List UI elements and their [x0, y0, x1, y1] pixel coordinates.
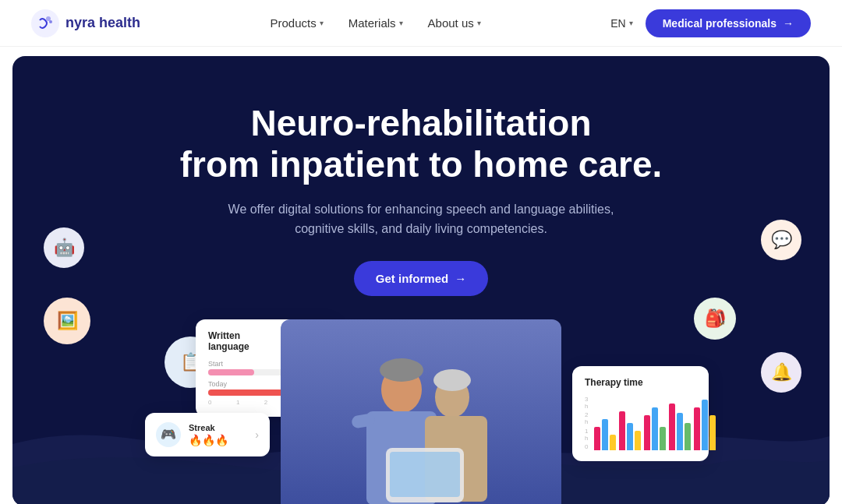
nav-links: Products ▾ Materials ▾ About us ▾: [271, 16, 481, 30]
logo-text: nyra health: [65, 15, 140, 31]
get-informed-button[interactable]: Get informed →: [354, 261, 488, 296]
svg-point-2: [49, 20, 52, 23]
language-selector[interactable]: EN ▾: [610, 17, 632, 30]
streak-flames: 🔥🔥🔥: [189, 434, 228, 446]
hero-subtitle: We offer digital solutions for enhancing…: [218, 199, 624, 239]
chevron-down-icon: ▾: [477, 19, 481, 27]
streak-card: 🎮 Streak 🔥🔥🔥 ›: [145, 413, 270, 456]
card-therapy-title: Therapy time: [585, 377, 696, 388]
arrow-icon: →: [455, 272, 466, 285]
hero-section: 🤖 🖼️ 📋 💬 🎒 🔔 Neuro-rehabilitation from i…: [12, 56, 830, 504]
nav-right: EN ▾ Medical professionals →: [610, 9, 811, 37]
svg-point-9: [380, 358, 423, 382]
nav-about[interactable]: About us ▾: [428, 16, 481, 30]
svg-point-1: [46, 16, 51, 21]
chevron-down-icon: ▾: [320, 19, 324, 27]
chevron-down-icon: ▾: [399, 19, 403, 27]
float-icon-4: 💬: [761, 220, 801, 260]
float-icon-1: 🤖: [44, 227, 84, 268]
medical-professionals-button[interactable]: Medical professionals →: [646, 9, 811, 37]
streak-title: Streak: [189, 423, 228, 432]
chevron-down-icon: ▾: [629, 19, 633, 27]
hero-content-area: Written language 35.4% ↑ Start 4.1 Today: [44, 319, 798, 504]
therapy-time-card: Therapy time 3 h 2 h 1 h 0: [572, 366, 709, 461]
nav-materials[interactable]: Materials ▾: [348, 16, 403, 30]
card-title: Written language: [208, 330, 282, 352]
chevron-right-icon: ›: [255, 428, 259, 441]
logo[interactable]: nyra health: [31, 9, 140, 37]
streak-avatar: 🎮: [156, 422, 181, 447]
nav-products[interactable]: Products ▾: [271, 16, 324, 30]
svg-point-10: [433, 369, 471, 391]
hero-photo: [281, 319, 561, 504]
navbar: nyra health Products ▾ Materials ▾ About…: [0, 0, 842, 47]
arrow-icon: →: [783, 17, 794, 30]
hero-title: Neuro-rehabilitation from inpatient to h…: [180, 103, 663, 185]
svg-point-0: [31, 9, 59, 37]
svg-rect-12: [390, 452, 460, 497]
